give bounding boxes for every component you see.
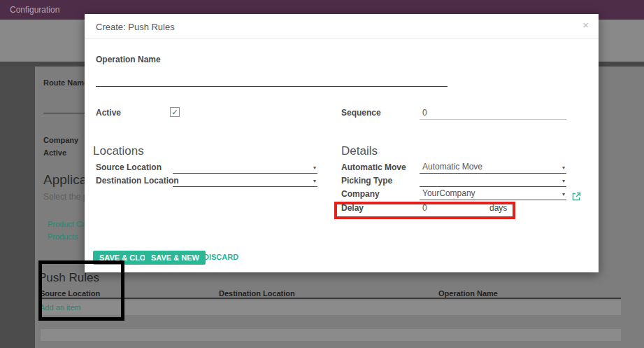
destination-location-dropdown[interactable]: ▾ — [173, 175, 317, 187]
red-annotation-box — [334, 202, 515, 219]
picking-type-dropdown[interactable]: ▾ — [420, 175, 566, 187]
checkmark-icon: ✓ — [171, 108, 178, 116]
chevron-down-icon: ▾ — [562, 178, 565, 184]
picking-type-label: Picking Type — [341, 176, 392, 186]
chevron-down-icon: ▾ — [562, 165, 565, 171]
automatic-move-dropdown[interactable]: Automatic Move ▾ — [420, 162, 566, 174]
chevron-down-icon: ▾ — [313, 165, 316, 171]
chevron-down-icon: ▾ — [313, 178, 316, 184]
route-name-label: Route Name — [43, 78, 88, 87]
operation-name-label: Operation Name — [96, 55, 161, 64]
company-value: YourCompany — [422, 188, 475, 198]
black-annotation-box — [38, 260, 124, 321]
destination-location-label: Destination Location — [96, 176, 179, 186]
company-label: Company — [341, 189, 380, 199]
active-checkbox[interactable]: ✓ — [170, 107, 180, 117]
save-and-new-button[interactable]: SAVE & NEW — [145, 251, 206, 265]
modal-title: Create: Push Rules — [96, 22, 175, 32]
close-icon[interactable]: × — [582, 20, 589, 30]
operation-name-input[interactable] — [96, 77, 448, 87]
modal-header: Create: Push Rules × — [85, 14, 599, 39]
screen: Configuration Route Name Company Active … — [0, 0, 644, 348]
column-destination-location: Destination Location — [219, 289, 295, 298]
menu-item-configuration[interactable]: Configuration — [10, 5, 59, 15]
locations-section-heading: Locations — [93, 144, 144, 158]
link-products[interactable]: Products — [48, 232, 78, 241]
sequence-input[interactable]: 0 — [420, 108, 566, 120]
company-dropdown[interactable]: YourCompany ▾ — [420, 188, 566, 200]
chevron-down-icon: ▾ — [562, 191, 565, 197]
active-label-bg: Active — [43, 148, 66, 157]
automatic-move-label: Automatic Move — [341, 162, 406, 172]
push-rules-empty-row — [41, 329, 621, 341]
column-operation-name: Operation Name — [438, 289, 498, 298]
company-label-bg: Company — [43, 136, 78, 144]
details-section-heading: Details — [341, 144, 378, 158]
page-left-margin — [0, 67, 35, 348]
source-location-dropdown[interactable]: ▾ — [173, 162, 317, 174]
discard-button[interactable]: DISCARD — [203, 253, 238, 261]
create-push-rules-modal: Create: Push Rules × Operation Name Acti… — [85, 14, 599, 272]
push-rules-header-divider — [38, 286, 621, 299]
sequence-value: 0 — [422, 108, 427, 118]
active-label: Active — [96, 108, 121, 118]
sequence-label: Sequence — [341, 108, 381, 118]
automatic-move-value: Automatic Move — [422, 162, 482, 172]
source-location-label: Source Location — [96, 162, 162, 172]
push-rules-add-row: Add an item — [38, 300, 621, 315]
external-link-icon[interactable] — [572, 191, 581, 200]
